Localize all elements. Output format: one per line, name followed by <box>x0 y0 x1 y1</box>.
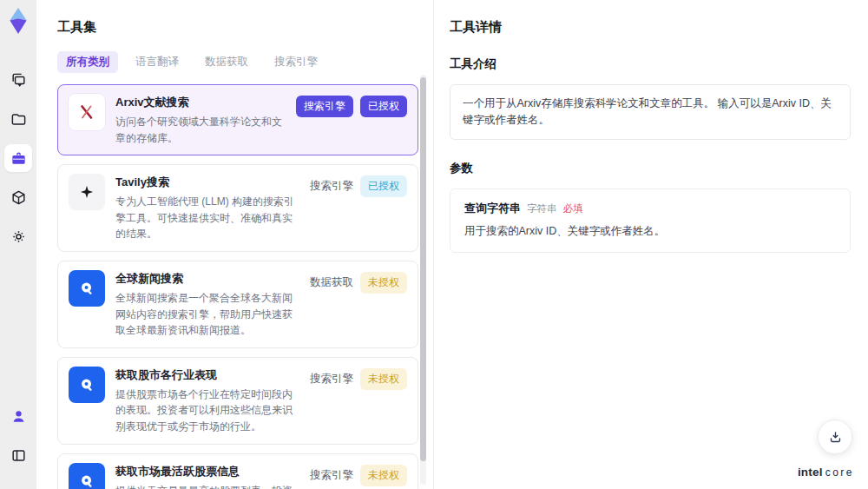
tool-card-tags: 搜索引擎 未授权 <box>310 463 407 489</box>
sparkle-icon <box>69 174 105 210</box>
chat-icon[interactable] <box>4 66 32 94</box>
tool-card[interactable]: 获取市场最活跃股票信息 提供当天交易量最高的股票列表。投资者可以利用这些信息来识… <box>57 453 418 489</box>
category-tabs: 所有类别 语言翻译 数据获取 搜索引擎 <box>57 51 433 73</box>
panel-toggle-icon[interactable] <box>4 441 32 469</box>
intel-core-logo: intel core <box>798 466 854 479</box>
category-tag: 搜索引擎 <box>310 368 353 390</box>
brand-core-text: core <box>825 466 854 479</box>
tool-card[interactable]: Tavily搜索 专为人工智能代理 (LLM) 构建的搜索引擎工具。可快速提供实… <box>57 164 418 252</box>
parameter-type: 字符串 <box>527 202 557 215</box>
intro-heading: 工具介绍 <box>450 56 851 72</box>
package-icon[interactable] <box>4 183 32 211</box>
scrollbar-thumb[interactable] <box>420 77 426 461</box>
tool-card-body: Arxiv文献搜索 访问各个研究领域大量科学论文和文章的存储库。 <box>115 94 286 146</box>
blue-search-icon <box>69 270 105 307</box>
intro-text-box: 一个用于从Arxiv存储库搜索科学论文和文章的工具。 输入可以是Arxiv ID… <box>450 84 851 140</box>
parameter-description: 用于搜索的Arxiv ID、关键字或作者姓名。 <box>464 224 836 239</box>
list-scrollbar <box>420 75 426 485</box>
tool-card-body: 全球新闻搜索 全球新闻搜索是一个聚合全球各大新闻网站内容的搜索引擎，帮助用户快速… <box>115 270 299 339</box>
tool-card-description: 全球新闻搜索是一个聚合全球各大新闻网站内容的搜索引擎，帮助用户快速获取全球最新资… <box>115 290 299 339</box>
settings-gear-icon[interactable] <box>4 222 32 250</box>
tool-card-description: 提供当天交易量最高的股票列表。投资者可以利用这些信息来识别流动性强的股票和潜在的… <box>115 483 299 489</box>
arxiv-icon <box>69 94 105 130</box>
parameter-required-flag: 必填 <box>563 202 583 215</box>
category-tab[interactable]: 数据获取 <box>196 51 257 73</box>
tab-label: 搜索引擎 <box>274 56 318 68</box>
auth-status-badge: 未授权 <box>360 272 407 294</box>
tool-card-body: 获取市场最活跃股票信息 提供当天交易量最高的股票列表。投资者可以利用这些信息来识… <box>115 463 299 489</box>
tool-card-list: Arxiv文献搜索 访问各个研究领域大量科学论文和文章的存储库。 搜索引擎 已授… <box>57 84 418 489</box>
category-tag: 数据获取 <box>310 272 353 294</box>
auth-status-badge: 未授权 <box>360 465 407 486</box>
parameter-name: 查询字符串 <box>464 201 521 216</box>
tool-card-title: Arxiv文献搜索 <box>115 95 286 110</box>
tool-card-title: 获取股市各行业表现 <box>115 367 299 383</box>
category-tag: 搜索引擎 <box>310 175 353 197</box>
app-window: 工具集 所有类别 语言翻译 数据获取 搜索引擎 Arxiv文献搜索 访问各个研究… <box>0 0 868 489</box>
toolbox-icon[interactable] <box>4 144 32 172</box>
tool-card-tags: 搜索引擎 已授权 <box>310 174 407 242</box>
tool-card-title: 全球新闻搜索 <box>115 271 299 287</box>
tab-label: 语言翻译 <box>135 56 179 68</box>
tool-card-body: Tavily搜索 专为人工智能代理 (LLM) 构建的搜索引擎工具。可快速提供实… <box>115 174 299 242</box>
parameter-header: 查询字符串 字符串 必填 <box>464 201 836 216</box>
tool-card-tags: 搜索引擎 已授权 <box>296 94 407 146</box>
tool-card-title: Tavily搜索 <box>115 175 299 190</box>
tool-detail-panel: 工具详情 工具介绍 一个用于从Arxiv存储库搜索科学论文和文章的工具。 输入可… <box>434 0 868 489</box>
toolset-panel: 工具集 所有类别 语言翻译 数据获取 搜索引擎 Arxiv文献搜索 访问各个研究… <box>36 0 434 489</box>
tool-card-description: 专为人工智能代理 (LLM) 构建的搜索引擎工具。可快速提供实时、准确和真实的结… <box>115 194 299 242</box>
detail-title: 工具详情 <box>450 19 851 36</box>
app-logo-icon <box>5 7 31 35</box>
category-tab[interactable]: 语言翻译 <box>127 51 187 73</box>
blue-search-icon <box>69 367 105 403</box>
left-nav-rail <box>0 0 36 489</box>
category-tab[interactable]: 所有类别 <box>57 51 118 73</box>
tab-label: 数据获取 <box>205 56 248 68</box>
category-tab[interactable]: 搜索引擎 <box>266 51 326 73</box>
auth-status-badge: 已授权 <box>360 96 407 117</box>
tool-card-description: 访问各个研究领域大量科学论文和文章的存储库。 <box>115 114 286 146</box>
params-heading: 参数 <box>450 161 851 176</box>
tool-card[interactable]: 全球新闻搜索 全球新闻搜索是一个聚合全球各大新闻网站内容的搜索引擎，帮助用户快速… <box>57 261 418 348</box>
tool-card-body: 获取股市各行业表现 提供股票市场各个行业在特定时间段内的表现。投资者可以利用这些… <box>115 367 299 435</box>
auth-status-badge: 未授权 <box>360 368 407 390</box>
blue-search-icon <box>69 463 105 489</box>
tool-card-description: 提供股票市场各个行业在特定时间段内的表现。投资者可以利用这些信息来识别表现优于或… <box>115 387 299 435</box>
tool-card-tags: 数据获取 未授权 <box>310 270 407 339</box>
tool-card-tags: 搜索引擎 未授权 <box>310 367 407 435</box>
tool-card-title: 获取市场最活跃股票信息 <box>115 464 299 479</box>
folder-icon[interactable] <box>4 105 32 133</box>
download-button[interactable] <box>818 420 852 454</box>
toolset-title: 工具集 <box>57 19 433 36</box>
category-tag: 搜索引擎 <box>296 96 353 117</box>
tab-label: 所有类别 <box>66 56 109 68</box>
user-avatar-icon[interactable] <box>4 402 32 430</box>
category-tag: 搜索引擎 <box>310 465 353 486</box>
parameter-item: 查询字符串 字符串 必填 用于搜索的Arxiv ID、关键字或作者姓名。 <box>450 188 851 253</box>
tool-card[interactable]: Arxiv文献搜索 访问各个研究领域大量科学论文和文章的存储库。 搜索引擎 已授… <box>57 84 418 155</box>
tool-card[interactable]: 获取股市各行业表现 提供股票市场各个行业在特定时间段内的表现。投资者可以利用这些… <box>57 357 418 445</box>
brand-intel-text: intel <box>798 466 823 479</box>
auth-status-badge: 已授权 <box>360 175 407 197</box>
